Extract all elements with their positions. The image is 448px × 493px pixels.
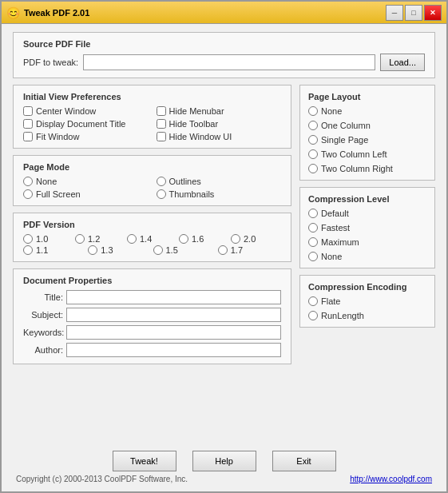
- prop-keywords-label: Keywords:: [23, 328, 63, 337]
- layout-none: None: [308, 106, 426, 116]
- window-title: Tweak PDF 2.01: [24, 8, 386, 18]
- pagemode-outlines-radio[interactable]: [157, 177, 166, 186]
- version-1-4: 1.4: [127, 234, 177, 244]
- website-link[interactable]: http://www.coolpdf.com: [350, 475, 432, 483]
- compression-encoding-label: Compression Encoding: [308, 282, 426, 292]
- version-1-6-radio[interactable]: [179, 234, 188, 244]
- page-mode-section: Page Mode None Outlines Full Screen: [13, 155, 291, 206]
- prop-author-input[interactable]: [66, 343, 281, 357]
- version-1-0-radio[interactable]: [23, 234, 33, 244]
- checkbox-fit-window: Fit Window: [23, 132, 149, 141]
- compress-none: None: [308, 252, 426, 261]
- initial-view-section: Initial View Preferences Center Window H…: [13, 85, 291, 149]
- pagemode-thumbnails-label: Thumbnails: [169, 189, 215, 199]
- pagemode-fullscreen: Full Screen: [23, 189, 149, 199]
- version-1-5-radio[interactable]: [153, 245, 163, 255]
- close-button[interactable]: ✕: [424, 5, 442, 21]
- page-mode-radios: None Outlines Full Screen Thumbnail: [23, 177, 281, 199]
- checkbox-display-title: Display Document Title: [23, 119, 149, 129]
- compression-encoding-section: Compression Encoding Flate RunLength: [299, 275, 435, 328]
- compress-maximum-radio[interactable]: [308, 237, 318, 247]
- version-1-5-label: 1.5: [166, 245, 178, 255]
- source-section-label: Source PDF File: [23, 39, 425, 49]
- pdf-version-row2: 1.1 1.3 1.5 1.7: [23, 245, 281, 255]
- checkbox-hide-toolbar: Hide Toolbar: [157, 119, 282, 129]
- compress-none-label: None: [321, 252, 342, 261]
- version-2-0-radio[interactable]: [231, 234, 240, 244]
- pagemode-thumbnails-radio[interactable]: [157, 189, 166, 199]
- prop-subject-row: Subject:: [23, 308, 281, 322]
- pdf-input[interactable]: [83, 54, 375, 70]
- layout-two-col-right-radio[interactable]: [308, 164, 318, 173]
- pagemode-thumbnails: Thumbnails: [157, 189, 282, 199]
- title-bar: 😊 Tweak PDF 2.01 ─ □ ✕: [2, 2, 446, 24]
- version-1-3-radio[interactable]: [88, 245, 97, 255]
- prop-subject-label: Subject:: [23, 310, 63, 320]
- compress-default: Default: [308, 209, 426, 218]
- load-button[interactable]: Load...: [380, 54, 425, 71]
- help-button[interactable]: Help: [192, 451, 256, 471]
- encoding-runlength-radio[interactable]: [308, 311, 318, 320]
- pdf-row: PDF to tweak: Load...: [23, 54, 425, 71]
- minimize-button[interactable]: ─: [386, 5, 403, 21]
- compression-level-section: Compression Level Default Fastest Max: [299, 187, 435, 268]
- layout-two-col-left-radio[interactable]: [308, 149, 318, 159]
- version-1-7-radio[interactable]: [218, 245, 228, 255]
- version-1-2: 1.2: [75, 234, 125, 244]
- exit-button[interactable]: Exit: [272, 451, 336, 471]
- compress-none-radio[interactable]: [308, 252, 318, 261]
- pdf-version-row1: 1.0 1.2 1.4 1.6: [23, 234, 281, 244]
- version-1-6: 1.6: [179, 234, 229, 244]
- checkbox-hide-toolbar-input[interactable]: [157, 119, 166, 129]
- app-icon: 😊: [6, 6, 19, 19]
- encoding-runlength: RunLength: [308, 311, 426, 320]
- initial-view-label: Initial View Preferences: [23, 92, 281, 101]
- checkbox-fit-window-input[interactable]: [23, 132, 33, 141]
- version-1-2-radio[interactable]: [75, 234, 85, 244]
- version-1-4-radio[interactable]: [127, 234, 137, 244]
- prop-subject-input[interactable]: [66, 308, 281, 322]
- initial-view-checkboxes: Center Window Hide Menubar Display Docum…: [23, 106, 281, 141]
- layout-one-column-label: One Column: [321, 121, 371, 130]
- layout-none-radio[interactable]: [308, 106, 318, 116]
- version-1-7: 1.7: [218, 245, 281, 255]
- layout-one-column-radio[interactable]: [308, 121, 318, 130]
- version-1-1-radio[interactable]: [23, 245, 33, 255]
- pagemode-outlines: Outlines: [157, 177, 282, 186]
- checkbox-fit-window-label: Fit Window: [36, 132, 79, 141]
- compress-fastest-radio[interactable]: [308, 223, 318, 233]
- compress-default-label: Default: [321, 209, 349, 218]
- checkbox-display-title-input[interactable]: [23, 119, 33, 129]
- compress-fastest: Fastest: [308, 223, 426, 233]
- doc-props-section: Document Properties Title: Subject: Keyw…: [13, 268, 291, 364]
- prop-title-input[interactable]: [66, 290, 281, 304]
- maximize-button[interactable]: □: [405, 5, 422, 21]
- pagemode-none-radio[interactable]: [23, 177, 33, 186]
- layout-single-page-radio[interactable]: [308, 135, 318, 145]
- checkbox-hide-window-ui-input[interactable]: [157, 132, 166, 141]
- checkbox-display-title-label: Display Document Title: [36, 119, 126, 129]
- compress-fastest-label: Fastest: [321, 223, 350, 233]
- compress-default-radio[interactable]: [308, 209, 318, 218]
- checkbox-center-window-input[interactable]: [23, 106, 33, 116]
- doc-props-fields: Title: Subject: Keywords: Author:: [23, 290, 281, 357]
- checkbox-hide-toolbar-label: Hide Toolbar: [169, 119, 219, 129]
- checkbox-hide-menubar-input[interactable]: [157, 106, 166, 116]
- pagemode-none: None: [23, 177, 149, 186]
- encoding-flate-radio[interactable]: [308, 296, 318, 306]
- layout-two-col-left-label: Two Column Left: [321, 149, 387, 159]
- version-1-0-label: 1.0: [36, 234, 48, 244]
- pdf-label: PDF to tweak:: [23, 58, 78, 67]
- footer: Tweak! Help Exit Copyright (c) 2000-2013…: [13, 451, 435, 483]
- compress-maximum-label: Maximum: [321, 237, 359, 247]
- copyright-bar: Copyright (c) 2000-2013 CoolPDF Software…: [13, 475, 435, 483]
- pagemode-fullscreen-radio[interactable]: [23, 189, 33, 199]
- checkbox-hide-window-ui: Hide Window UI: [157, 132, 282, 141]
- checkbox-hide-menubar: Hide Menubar: [157, 106, 282, 116]
- prop-keywords-input[interactable]: [66, 325, 281, 340]
- copyright-text: Copyright (c) 2000-2013 CoolPDF Software…: [16, 475, 188, 483]
- tweak-button[interactable]: Tweak!: [113, 451, 176, 471]
- prop-author-row: Author:: [23, 343, 281, 357]
- doc-props-label: Document Properties: [23, 276, 281, 285]
- version-1-4-label: 1.4: [140, 234, 152, 244]
